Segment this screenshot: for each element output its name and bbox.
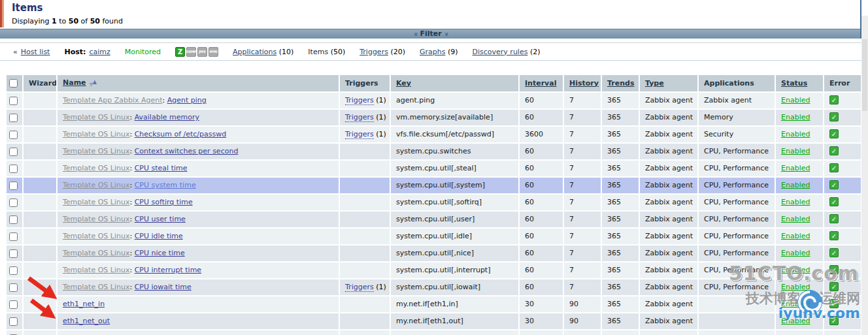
jmx-availability-icon: JMX <box>197 47 207 57</box>
item-row: eth1_net_in my.net.if[eth1,in] 30 90 365… <box>7 296 861 312</box>
status-link[interactable]: Enabled <box>781 130 810 138</box>
item-name-link[interactable]: Context switches per second <box>135 147 239 155</box>
host-nav-applications: Applications (10) <box>233 48 293 56</box>
status-link[interactable]: Enabled <box>781 198 810 206</box>
row-checkbox[interactable] <box>9 283 18 292</box>
template-link[interactable]: Template OS Linux <box>63 266 129 274</box>
row-checkbox[interactable] <box>9 215 18 224</box>
column-header-type[interactable]: Type <box>640 75 697 91</box>
status-cell: Enabled <box>776 212 823 227</box>
status-link[interactable]: Enabled <box>781 283 810 291</box>
key-cell: system.cpu.util[,idle] <box>391 229 518 244</box>
applications-cell: CPU, Performance <box>699 195 775 210</box>
template-link[interactable]: Template OS Linux <box>63 283 129 291</box>
item-row: Template OS Linux: Context switches per … <box>7 144 861 159</box>
item-name-link[interactable]: eth1_net_out <box>63 317 110 325</box>
template-link[interactable]: Template OS Linux <box>63 147 129 155</box>
applications-cell <box>699 330 775 335</box>
row-checkbox[interactable] <box>9 97 18 105</box>
template-link[interactable]: Template App Zabbix Agent <box>63 96 163 104</box>
status-link[interactable]: Enabled <box>781 266 810 274</box>
item-name-link[interactable]: CPU nice time <box>135 249 185 257</box>
template-link[interactable]: Template OS Linux <box>63 164 129 172</box>
host-nav-graphs-link[interactable]: Graphs <box>420 48 445 56</box>
select-all-checkbox[interactable] <box>9 79 18 88</box>
nav-count: (2) <box>527 48 540 56</box>
row-select-cell <box>7 229 22 244</box>
row-checkbox[interactable] <box>9 317 18 326</box>
row-checkbox[interactable] <box>9 199 18 207</box>
host-nav-applications-link[interactable]: Applications <box>233 48 276 56</box>
item-name-link[interactable]: CPU steal time <box>135 164 188 172</box>
item-name-link[interactable]: CPU iowait time <box>135 283 192 291</box>
template-link[interactable]: Template OS Linux <box>63 232 129 240</box>
item-name-link[interactable]: CPU interrupt time <box>135 266 201 274</box>
template-link[interactable]: Template OS Linux <box>63 130 129 138</box>
template-link[interactable]: Template OS Linux <box>63 181 129 189</box>
name-separator: : <box>129 198 134 206</box>
type-cell: Zabbix agent <box>640 127 697 142</box>
row-checkbox[interactable] <box>9 182 18 190</box>
item-name-link[interactable]: CPU user time <box>135 215 186 223</box>
triggers-link[interactable]: Triggers <box>345 113 374 122</box>
column-header-name[interactable]: Name▼▲ <box>58 75 339 91</box>
wizard-cell <box>24 229 56 244</box>
status-link[interactable]: Enabled <box>781 317 810 325</box>
status-link[interactable]: Enabled <box>781 113 810 121</box>
row-checkbox[interactable] <box>9 148 18 156</box>
row-checkbox[interactable] <box>9 266 18 275</box>
history-cell: 7 <box>564 93 601 108</box>
row-checkbox[interactable] <box>9 249 18 258</box>
triggers-link[interactable]: Triggers <box>345 130 374 139</box>
column-header-history[interactable]: History <box>564 75 601 91</box>
triggers-cell <box>340 229 390 244</box>
column-header-trends[interactable]: Trends <box>602 75 639 91</box>
type-cell: Zabbix agent <box>640 195 697 210</box>
row-checkbox[interactable] <box>9 300 18 309</box>
key-cell: system.cpu.util[,steal] <box>391 161 518 176</box>
status-link[interactable]: Enabled <box>781 300 810 308</box>
interval-cell: 60 <box>520 263 563 278</box>
ipmi-availability-icon: IPMI <box>209 47 218 57</box>
row-checkbox[interactable] <box>9 232 18 241</box>
sort-asc-icon[interactable]: ▲ <box>93 77 97 88</box>
item-name-link[interactable]: CPU idle time <box>135 232 183 240</box>
template-link[interactable]: Template OS Linux <box>63 198 129 206</box>
host-name-link[interactable]: caimz <box>89 48 110 56</box>
status-link[interactable]: Enabled <box>781 96 810 104</box>
template-link[interactable]: Template OS Linux <box>63 113 129 121</box>
triggers-link[interactable]: Triggers <box>345 96 374 105</box>
triggers-link[interactable]: Triggers <box>345 283 374 292</box>
scrollbar-thumb[interactable] <box>862 39 867 111</box>
item-name-link[interactable]: CPU system time <box>135 181 196 189</box>
item-name-cell: eth1_net_in <box>58 296 339 312</box>
row-checkbox[interactable] <box>9 114 18 122</box>
row-checkbox[interactable] <box>9 165 18 173</box>
browser-scrollbar-gutter[interactable] <box>861 0 868 335</box>
host-list-link[interactable]: Host list <box>21 48 50 56</box>
host-nav-triggers-link[interactable]: Triggers <box>359 48 388 56</box>
item-name-link[interactable]: Agent ping <box>167 96 207 104</box>
column-header-status[interactable]: Status <box>776 75 823 91</box>
filter-toggle-bar[interactable]: »Filter» <box>0 29 861 39</box>
item-name-link[interactable]: Checksum of /etc/passwd <box>135 130 227 138</box>
item-name-link[interactable]: CPU softirq time <box>135 198 193 206</box>
status-link[interactable]: Enabled <box>781 147 810 155</box>
status-link[interactable]: Enabled <box>781 215 810 223</box>
template-link[interactable]: Template OS Linux <box>63 215 129 223</box>
wizard-cell <box>24 178 56 193</box>
host-nav-discovery-rules-link[interactable]: Discovery rules <box>473 48 528 56</box>
item-name-link[interactable]: Available memory <box>135 113 199 121</box>
status-link[interactable]: Enabled <box>781 232 810 240</box>
item-name-link[interactable]: eth1_net_in <box>63 300 105 308</box>
column-header-key[interactable]: Key <box>391 75 518 91</box>
template-link[interactable]: Template OS Linux <box>63 249 129 257</box>
column-header-interval[interactable]: Interval <box>520 75 563 91</box>
error-cell: ✓ <box>824 263 861 278</box>
displaying-to: 50 <box>69 17 78 25</box>
row-checkbox[interactable] <box>9 131 18 139</box>
status-link[interactable]: Enabled <box>781 164 810 172</box>
status-link[interactable]: Enabled <box>781 181 810 189</box>
history-cell: 7 <box>564 127 601 142</box>
status-link[interactable]: Enabled <box>781 249 810 257</box>
